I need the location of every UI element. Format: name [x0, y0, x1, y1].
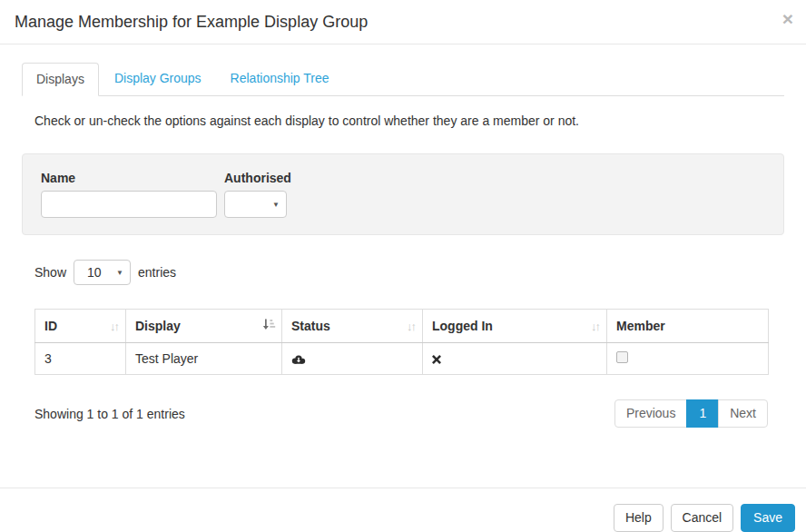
column-header-id[interactable]: ID ↓↑ — [35, 310, 126, 343]
column-header-status[interactable]: Status ↓↑ — [282, 310, 423, 343]
sort-both-icon: ↓↑ — [591, 320, 601, 333]
next-page-button[interactable]: Next — [718, 399, 768, 428]
caret-down-icon: ▼ — [116, 269, 123, 277]
authorised-filter-group: Authorised ▼ — [224, 171, 291, 218]
name-filter-group: Name — [41, 171, 217, 218]
cell-member — [607, 343, 769, 375]
name-filter-input[interactable] — [41, 191, 217, 218]
tab-displays[interactable]: Displays — [22, 63, 99, 96]
sort-both-icon: ↓↑ — [110, 320, 120, 333]
sort-ascending-icon — [262, 319, 276, 333]
cancel-button[interactable]: Cancel — [671, 504, 734, 532]
tab-display-groups[interactable]: Display Groups — [101, 63, 215, 96]
manage-membership-modal: Manage Membership for Example Display Gr… — [0, 0, 806, 532]
modal-title: Manage Membership for Example Display Gr… — [15, 12, 791, 32]
modal-body: Displays Display Groups Relationship Tre… — [0, 44, 806, 439]
column-header-member: Member — [607, 310, 769, 343]
authorised-filter-select[interactable]: ▼ — [224, 191, 287, 218]
entries-label: entries — [138, 265, 176, 280]
table-row: 3 Test Player — [35, 343, 769, 375]
table-header-row: ID ↓↑ Display — [35, 310, 769, 343]
filter-panel: Name Authorised ▼ — [22, 153, 784, 235]
page-length-control: Show 10 ▼ entries — [34, 260, 784, 285]
pagination: Previous 1 Next — [614, 399, 768, 428]
displays-table: ID ↓↑ Display — [34, 309, 769, 375]
cell-status — [282, 343, 423, 375]
table-footer: Showing 1 to 1 of 1 entries Previous 1 N… — [34, 399, 768, 428]
previous-page-button[interactable]: Previous — [614, 399, 687, 428]
page-1-button[interactable]: 1 — [686, 399, 719, 428]
close-icon[interactable]: × — [782, 9, 793, 28]
save-button[interactable]: Save — [741, 504, 795, 532]
cell-display: Test Player — [126, 343, 282, 375]
tab-bar: Displays Display Groups Relationship Tre… — [22, 63, 784, 96]
column-header-logged-in[interactable]: Logged In ↓↑ — [423, 310, 607, 343]
cloud-download-icon — [291, 351, 306, 366]
sort-both-icon: ↓↑ — [407, 320, 417, 333]
help-button[interactable]: Help — [614, 504, 663, 532]
help-text: Check or un-check the options against ea… — [34, 113, 784, 129]
modal-header: Manage Membership for Example Display Gr… — [0, 0, 806, 44]
cell-logged-in — [423, 343, 607, 375]
page-length-select[interactable]: 10 ▼ — [74, 260, 131, 285]
member-checkbox[interactable] — [616, 351, 628, 363]
cell-id: 3 — [35, 343, 126, 375]
modal-footer: Help Cancel Save — [0, 488, 806, 532]
column-header-display[interactable]: Display — [126, 310, 282, 343]
caret-down-icon: ▼ — [272, 201, 280, 209]
table-info: Showing 1 to 1 of 1 entries — [34, 407, 185, 421]
cross-icon — [432, 351, 441, 366]
tab-relationship-tree[interactable]: Relationship Tree — [217, 63, 343, 96]
name-filter-label: Name — [41, 171, 217, 185]
page-length-value: 10 — [74, 265, 102, 280]
authorised-filter-label: Authorised — [224, 171, 291, 185]
show-label: Show — [34, 265, 66, 280]
